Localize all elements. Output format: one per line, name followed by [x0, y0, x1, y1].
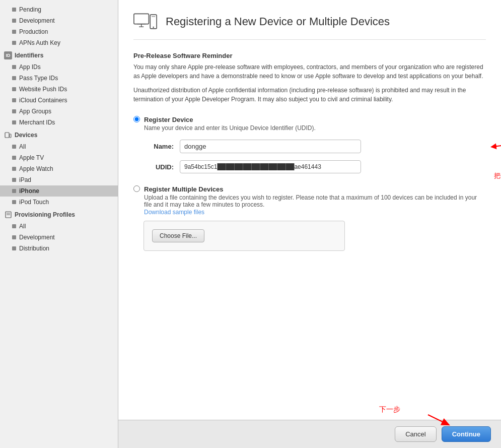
notice-paragraph2: Unauthorized distribution of Apple confi… — [133, 86, 486, 104]
next-step-arrow — [425, 412, 456, 429]
svg-rect-5 — [134, 14, 149, 24]
sidebar-item-ipad[interactable]: iPad — [0, 174, 118, 185]
sidebar-item-distribution-profiles[interactable]: Distribution — [0, 243, 118, 254]
name-arrow — [486, 141, 501, 153]
svg-rect-1 — [10, 134, 11, 138]
sidebar-item-icloud-containers[interactable]: iCloud Containers — [0, 95, 118, 106]
footer-bar: 下一步 Cancel Continue — [118, 420, 501, 448]
sidebar-item-production[interactable]: Production — [0, 26, 118, 37]
devices-icon — [4, 131, 12, 139]
sidebar-item-pending[interactable]: Pending — [0, 4, 118, 15]
sidebar-item-apns-auth-key[interactable]: APNs Auth Key — [0, 37, 118, 48]
next-step-annotation: 下一步 — [379, 405, 400, 414]
register-device-section: Register Device Name your device and ent… — [133, 116, 486, 173]
section-header-devices: Devices — [0, 128, 118, 141]
main-content: Registering a New Device or Multiple Dev… — [118, 0, 501, 448]
name-label: Name: — [144, 143, 174, 150]
svg-rect-9 — [150, 15, 157, 29]
sidebar-item-app-ids[interactable]: App IDs — [0, 61, 118, 73]
file-upload-box: Choose File... — [144, 221, 345, 251]
register-device-radio[interactable] — [133, 116, 140, 122]
sidebar-item-apple-tv[interactable]: Apple TV — [0, 152, 118, 163]
svg-rect-0 — [5, 133, 9, 138]
sidebar-item-development-profiles[interactable]: Development — [0, 232, 118, 243]
page-header: Registering a New Device or Multiple Dev… — [133, 12, 486, 40]
name-input[interactable] — [180, 140, 361, 153]
notice-title: Pre-Release Software Reminder — [133, 52, 486, 59]
udid-label: UDID: — [144, 163, 174, 171]
section-header-provisioning-profiles: Provisioning Profiles — [0, 208, 118, 221]
sidebar: Pending Development Production APNs Auth… — [0, 0, 118, 448]
device-header-icon — [133, 12, 158, 31]
svg-point-11 — [153, 27, 154, 28]
sidebar-item-website-push-ids[interactable]: Website Push IDs — [0, 84, 118, 95]
sidebar-item-ipod-touch[interactable]: iPod Touch — [0, 197, 118, 208]
sidebar-item-apple-watch[interactable]: Apple Watch — [0, 163, 118, 174]
register-multiple-description: Upload a file containing the devices you… — [144, 194, 486, 208]
sidebar-item-pass-type-ids[interactable]: Pass Type IDs — [0, 73, 118, 84]
sidebar-item-all-profiles[interactable]: All — [0, 221, 118, 232]
sidebar-item-iphone[interactable]: iPhone — [0, 185, 118, 197]
udid-input[interactable] — [180, 160, 361, 173]
register-multiple-radio[interactable] — [133, 185, 140, 192]
sidebar-item-all-devices[interactable]: All — [0, 141, 118, 152]
register-multiple-label: Register Multiple Devices — [144, 185, 486, 193]
sidebar-item-development[interactable]: Development — [0, 15, 118, 26]
register-device-label: Register Device — [144, 116, 486, 123]
provisioning-icon — [4, 211, 12, 219]
download-sample-files-link[interactable]: Download sample files — [144, 209, 204, 216]
section-header-identifiers: ID Identifiers — [0, 48, 118, 61]
notice-paragraph1: You may only share Apple pre-release sof… — [133, 62, 486, 81]
sidebar-item-app-groups[interactable]: App Groups — [0, 106, 118, 117]
id-icon: ID — [4, 51, 12, 59]
page-title: Registering a New Device or Multiple Dev… — [166, 15, 390, 28]
register-multiple-section: Register Multiple Devices Upload a file … — [133, 185, 486, 251]
notice-box: Pre-Release Software Reminder You may on… — [133, 52, 486, 104]
register-device-description: Name your device and enter its Unique De… — [144, 124, 486, 132]
sidebar-item-merchant-ids[interactable]: Merchant IDs — [0, 117, 118, 128]
choose-file-button[interactable]: Choose File... — [152, 229, 204, 242]
udid-annotation: 把你复制出来的UDID粘贴到这里即可 — [494, 171, 501, 180]
